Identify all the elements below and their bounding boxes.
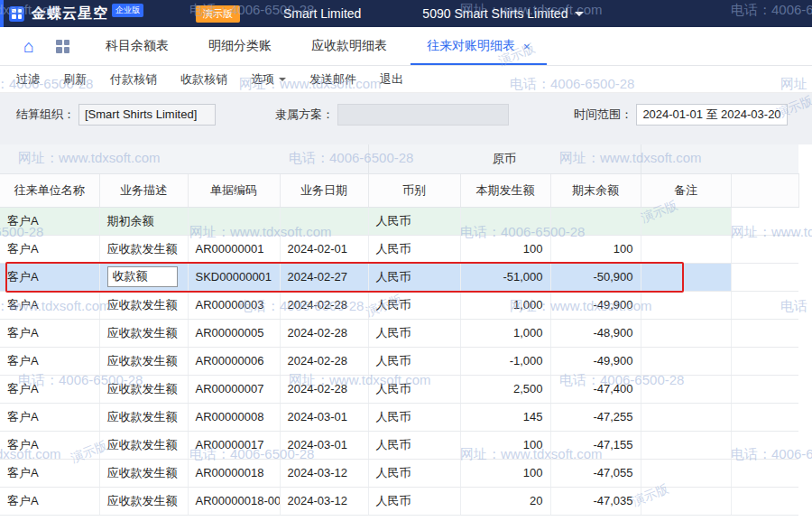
tab-bar: ⌂ 科目余额表明细分类账应收款明细表往来对账明细表× — [0, 27, 812, 66]
group-header-currency: 原币 — [368, 144, 641, 173]
table-row[interactable]: 客户A应收款发生额AR000000072024-02-28人民币2,500-47… — [0, 375, 798, 403]
cell-code: AR00000001 — [188, 235, 280, 263]
cell-desc: 应收款发生额 — [99, 459, 188, 487]
tab-1[interactable]: 明细分类账 — [189, 27, 291, 65]
cell-code: AR00000006 — [188, 347, 280, 375]
range-filter-input[interactable]: 2024-01-01 至 2024-03-20 — [636, 104, 788, 126]
cell-currency: 人民币 — [368, 263, 460, 291]
cell-note — [641, 207, 731, 235]
group-header-row: 原币 — [0, 144, 798, 173]
cell-name: 客户A — [0, 375, 99, 403]
org-filter-input[interactable]: [Smart Shirts Limited] — [78, 104, 216, 126]
table-row[interactable]: 客户A应收款发生额AR00000018-0002024-03-12人民币20-4… — [0, 487, 798, 515]
cell-date: 2024-02-27 — [280, 263, 368, 291]
table-row[interactable]: 客户A应收款发生额AR000000052024-02-28人民币1,000-48… — [0, 319, 798, 347]
cell-note — [641, 375, 731, 403]
toolbar-button-label: 过滤 — [16, 71, 40, 88]
cell-filler — [731, 263, 798, 291]
table-row[interactable]: 客户A应收款发生额AR000000032024-02-28人民币1,000-49… — [0, 291, 798, 319]
cell-currency: 人民币 — [368, 459, 460, 487]
cell-date: 2024-03-12 — [280, 459, 368, 487]
cell-code: AR00000008 — [188, 403, 280, 431]
column-header-2[interactable]: 单据编码 — [188, 173, 280, 207]
column-header-5[interactable]: 本期发生额 — [460, 173, 550, 207]
cell-currency: 人民币 — [368, 487, 460, 515]
toolbar-button-2[interactable]: 付款核销 — [110, 71, 157, 88]
table-row[interactable]: 客户A应收款发生额AR000000082024-03-01人民币145-47,2… — [0, 403, 798, 431]
cell-desc: 应收款发生额 — [99, 319, 188, 347]
tabs-container: 科目余额表明细分类账应收款明细表往来对账明细表× — [86, 27, 550, 65]
cell-date: 2024-02-28 — [280, 375, 368, 403]
cell-balance: -47,055 — [550, 459, 641, 487]
cell-amount: 100 — [460, 431, 550, 459]
cell-amount: 2,500 — [460, 375, 550, 403]
chevron-down-icon — [279, 78, 286, 81]
desc-edit-field[interactable]: 收款额 — [107, 266, 178, 287]
topbar: 金蝶云星空 企业版 演示版 Smart Limited 5090 Smart S… — [0, 0, 812, 27]
cell-currency: 人民币 — [368, 347, 460, 375]
toolbar-button-4[interactable]: 选项 — [251, 71, 286, 88]
cell-note — [641, 431, 731, 459]
cell-amount — [460, 207, 550, 235]
table-body: 客户A期初余额人民币客户A应收款发生额AR000000012024-02-01人… — [0, 207, 798, 515]
home-icon[interactable]: ⌂ — [23, 37, 34, 55]
cell-name: 客户A — [0, 207, 99, 235]
kingdee-logo-icon — [9, 6, 24, 22]
cell-desc: 应收款发生额 — [99, 375, 188, 403]
cell-name: 客户A — [0, 235, 99, 263]
cell-date: 2024-03-12 — [280, 487, 368, 515]
cell-code: AR00000005 — [188, 319, 280, 347]
cell-currency: 人民币 — [368, 431, 460, 459]
toolbar-button-1[interactable]: 刷新 — [63, 71, 87, 88]
toolbar-button-label: 发送邮件 — [309, 71, 356, 88]
cell-name: 客户A — [0, 263, 99, 291]
cell-balance: -48,900 — [550, 319, 641, 347]
toolbar-button-3[interactable]: 收款核销 — [180, 71, 227, 88]
cell-amount: 100 — [460, 235, 550, 263]
cell-currency: 人民币 — [368, 375, 460, 403]
org-selector[interactable]: 5090 Smart Shirts Limited — [422, 6, 584, 21]
demo-badge: 演示版 — [196, 5, 240, 23]
cell-note — [641, 347, 731, 375]
cell-desc: 期初余额 — [99, 207, 188, 235]
scheme-filter-input[interactable] — [337, 104, 509, 126]
cell-filler — [731, 319, 798, 347]
column-header-4[interactable]: 币别 — [368, 173, 460, 207]
table-row[interactable]: 客户A期初余额人民币 — [0, 207, 798, 235]
cell-desc: 应收款发生额 — [99, 431, 188, 459]
table-row[interactable]: 客户A应收款发生额AR000000172024-03-01人民币100-47,1… — [0, 431, 798, 459]
apps-grid-icon[interactable] — [56, 40, 69, 53]
table-row[interactable]: 客户A收款额SKD000000012024-02-27人民币-51,000-50… — [0, 263, 798, 291]
column-header-row: 往来单位名称业务描述单据编码业务日期币别本期发生额期末余额备注 — [0, 173, 798, 207]
column-header-filler — [731, 173, 798, 207]
cell-code: AR00000018 — [188, 459, 280, 487]
toolbar-button-5[interactable]: 发送邮件 — [309, 71, 356, 88]
tab-3[interactable]: 往来对账明细表× — [407, 27, 550, 65]
cell-date: 2024-03-01 — [280, 403, 368, 431]
cell-desc: 应收款发生额 — [99, 403, 188, 431]
column-header-6[interactable]: 期末余额 — [550, 173, 641, 207]
column-header-7[interactable]: 备注 — [641, 173, 731, 207]
tab-0[interactable]: 科目余额表 — [86, 27, 189, 65]
column-header-1[interactable]: 业务描述 — [99, 173, 188, 207]
report-grid: 原币 往来单位名称业务描述单据编码业务日期币别本期发生额期末余额备注 客户A期初… — [0, 144, 798, 516]
cell-note — [641, 403, 731, 431]
cell-name: 客户A — [0, 487, 99, 515]
cell-filler — [731, 459, 798, 487]
column-header-3[interactable]: 业务日期 — [280, 173, 368, 207]
edition-badge: 企业版 — [112, 4, 143, 17]
cell-date — [280, 207, 368, 235]
toolbar-button-0[interactable]: 过滤 — [16, 71, 40, 88]
cell-amount: -1,000 — [460, 347, 550, 375]
cell-code: SKD00000001 — [188, 263, 280, 291]
cell-code — [188, 207, 280, 235]
close-icon[interactable]: × — [523, 40, 531, 53]
table-row[interactable]: 客户A应收款发生额AR000000062024-02-28人民币-1,000-4… — [0, 347, 798, 375]
table-row[interactable]: 客户A应收款发生额AR000000182024-03-12人民币100-47,0… — [0, 459, 798, 487]
toolbar-button-6[interactable]: 退出 — [380, 71, 403, 88]
table-row[interactable]: 客户A应收款发生额AR000000012024-02-01人民币100100 — [0, 235, 798, 263]
column-header-0[interactable]: 往来单位名称 — [0, 173, 99, 207]
cell-code: AR00000003 — [188, 291, 280, 319]
tab-2[interactable]: 应收款明细表 — [291, 27, 407, 65]
cell-amount: 20 — [460, 487, 550, 515]
